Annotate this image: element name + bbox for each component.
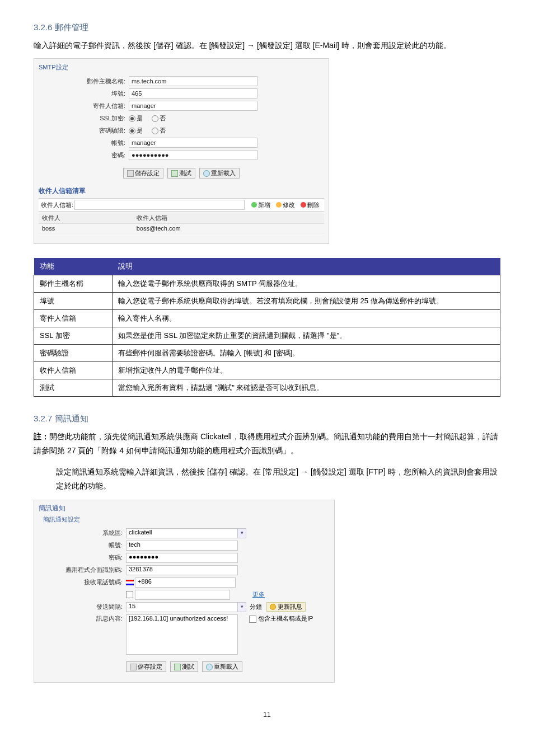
sms-test-button[interactable]: 測試 xyxy=(170,661,198,672)
cell-description: 當您輸入完所有資料，請點選 "測試" 來確認是否可以收到訊息。 xyxy=(113,379,500,397)
reload-icon xyxy=(206,664,213,670)
description-table: 功能 說明 郵件主機名稱輸入您從電子郵件系統供應商取得的 SMTP 伺服器位址。… xyxy=(34,258,500,397)
page-number: 11 xyxy=(34,711,500,719)
reload-label: 重新載入 xyxy=(214,663,238,670)
reload-icon xyxy=(203,170,210,177)
note-label: 註： xyxy=(34,432,49,441)
ssl-no-label: 否 xyxy=(160,115,166,121)
include-label: 包含主機名稱或是IP xyxy=(258,615,313,622)
save-label: 儲存設定 xyxy=(138,663,162,670)
section-327-heading: 3.2.7 簡訊通知 xyxy=(34,414,500,424)
recvphone-prefix[interactable]: +886 xyxy=(135,577,236,588)
interval-input[interactable]: 15 xyxy=(126,602,238,612)
auth-yes-radio[interactable]: 是 xyxy=(129,126,143,135)
save-label: 儲存設定 xyxy=(135,170,160,176)
system-input[interactable]: clickatell xyxy=(126,528,238,538)
smtp-form: SMTP設定 郵件主機名稱: ms.tech.com 埠號: 465 寄件人信箱… xyxy=(34,58,329,244)
dropdown-icon[interactable]: ▾ xyxy=(238,602,246,612)
include-checkbox[interactable] xyxy=(249,616,256,623)
table-row: 寄件人信箱輸入寄件人名稱。 xyxy=(34,310,500,327)
recvphone-input[interactable] xyxy=(135,590,230,600)
test-label: 測試 xyxy=(179,170,191,176)
cell-mail: boss@tech.com xyxy=(133,224,324,233)
auth-yes-label: 是 xyxy=(137,127,143,134)
pwd-input[interactable]: ●●●●●●●●●● xyxy=(129,150,257,160)
add-button[interactable]: 新增 xyxy=(249,201,273,209)
recipient-list-heading: 收件人信箱清單 xyxy=(39,186,324,196)
cell-function: 郵件主機名稱 xyxy=(34,275,113,293)
ssl-no-radio[interactable]: 否 xyxy=(152,114,166,123)
cell-function: 埠號 xyxy=(34,293,113,310)
auth-no-radio[interactable]: 否 xyxy=(152,126,166,135)
test-button[interactable]: 測試 xyxy=(167,168,195,179)
reload-button[interactable]: 重新載入 xyxy=(199,168,240,179)
checkbox-phone[interactable] xyxy=(126,591,133,598)
sms-form: 簡訊通知 簡訊通知設定 系統區: clickatell▾ 帳號: tech 密碼… xyxy=(34,500,335,683)
acct-label: 帳號: xyxy=(39,139,129,147)
auth-no-label: 否 xyxy=(160,127,166,134)
save-button[interactable]: 儲存設定 xyxy=(123,168,163,179)
delete-button[interactable]: 刪除 xyxy=(298,201,322,209)
recipient-table: 收件人 收件人信箱 boss boss@tech.com xyxy=(39,213,324,233)
host-input[interactable]: ms.tech.com xyxy=(129,76,257,86)
note-text: 開啓此功能前，須先從簡訊通知系統供應商 Clickatell，取得應用程式介面辨… xyxy=(34,432,498,455)
ssl-label: SSL加密: xyxy=(39,114,129,123)
add-label: 新增 xyxy=(258,201,270,209)
edit-label: 修改 xyxy=(283,201,295,209)
delete-label: 刪除 xyxy=(307,201,320,209)
col-recipient: 收件人 xyxy=(39,213,133,224)
msg-label: 訊息內容: xyxy=(39,614,126,623)
sms-pwd-label: 密碼: xyxy=(39,553,126,562)
sms-acct-input[interactable]: tech xyxy=(126,541,238,551)
sms-reload-button[interactable]: 重新載入 xyxy=(202,661,242,672)
sms-save-button[interactable]: 儲存設定 xyxy=(126,661,166,672)
table-row: 密碼驗證有些郵件伺服器需要驗證密碼。請輸入 [帳號] 和 [密碼]。 xyxy=(34,345,500,362)
update-label: 更新訊息 xyxy=(278,603,302,611)
cell-description: 輸入您從電子郵件系統供應商取得的埠號。若沒有填寫此欄，則會預設使用 25 做為傳… xyxy=(113,293,500,310)
port-label: 埠號: xyxy=(39,90,129,98)
update-msg-button[interactable]: 更新訊息 xyxy=(266,602,306,612)
system-label: 系統區: xyxy=(39,529,126,537)
flag-icon xyxy=(126,580,134,585)
recipient-input-label: 收件人信箱: xyxy=(41,201,74,209)
cell-function: 收件人信箱 xyxy=(34,362,113,379)
host-label: 郵件主機名稱: xyxy=(39,77,129,86)
msg-input[interactable]: [192.168.1.10] unauthorized access! xyxy=(126,614,238,655)
table-row: 測試當您輸入完所有資料，請點選 "測試" 來確認是否可以收到訊息。 xyxy=(34,379,500,397)
delete-icon xyxy=(301,202,306,208)
edit-icon xyxy=(276,202,282,208)
pwd-label: 密碼: xyxy=(39,151,129,159)
cell-function: 寄件人信箱 xyxy=(34,310,113,327)
table-row: 收件人信箱新增指定收件人的電子郵件位址。 xyxy=(34,362,500,379)
reload-label: 重新載入 xyxy=(211,170,236,176)
cell-function: SSL 加密 xyxy=(34,327,113,345)
test-icon xyxy=(171,170,178,177)
test-icon xyxy=(174,664,181,670)
ssl-yes-radio[interactable]: 是 xyxy=(129,114,143,123)
cell-description: 輸入您從電子郵件系統供應商取得的 SMTP 伺服器位址。 xyxy=(113,275,500,293)
col-description: 說明 xyxy=(113,258,500,275)
update-icon xyxy=(270,604,276,610)
acct-input[interactable]: manager xyxy=(129,138,257,148)
sms-subtitle: 簡訊通知設定 xyxy=(43,515,330,524)
section-327-para: 設定簡訊通知系統需輸入詳細資訊，然後按 [儲存] 確認。在 [常用設定] → [… xyxy=(34,465,500,493)
smtp-title: SMTP設定 xyxy=(39,63,324,72)
edit-button[interactable]: 修改 xyxy=(274,201,297,209)
sender-input[interactable]: manager xyxy=(129,101,257,111)
add-icon xyxy=(251,202,257,208)
recipient-input[interactable] xyxy=(74,200,245,210)
auth-label: 密碼驗證: xyxy=(39,126,129,135)
more-link[interactable]: 更多 xyxy=(252,590,265,599)
port-input[interactable]: 465 xyxy=(129,88,257,98)
cell-function: 密碼驗證 xyxy=(34,345,113,362)
interval-unit: 分鐘 xyxy=(250,603,262,611)
test-label: 測試 xyxy=(182,663,194,670)
sms-title: 簡訊通知 xyxy=(39,504,330,513)
api-input[interactable]: 3281378 xyxy=(126,565,238,575)
cell-description: 輸入寄件人名稱。 xyxy=(113,310,500,327)
cell-description: 有些郵件伺服器需要驗證密碼。請輸入 [帳號] 和 [密碼]。 xyxy=(113,345,500,362)
col-function: 功能 xyxy=(34,258,113,275)
sms-pwd-input[interactable]: ●●●●●●●● xyxy=(126,553,238,563)
table-row[interactable]: boss boss@tech.com xyxy=(39,224,324,233)
dropdown-icon[interactable]: ▾ xyxy=(238,528,246,538)
